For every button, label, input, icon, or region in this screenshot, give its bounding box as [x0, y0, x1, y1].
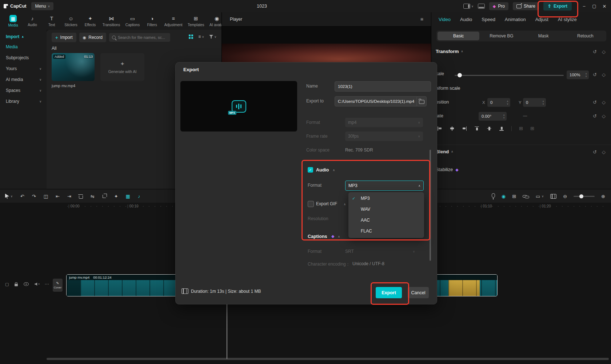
- rotate-dial-icon[interactable]: —: [523, 113, 527, 118]
- framerate-select[interactable]: 30fps ∨: [345, 132, 423, 141]
- subtab-basic[interactable]: Basic: [438, 32, 479, 40]
- scale-value-stepper[interactable]: 100% ∧∨: [567, 70, 589, 79]
- position-x-stepper[interactable]: 0 ∧∨: [487, 98, 510, 107]
- trim-left-icon[interactable]: ⇤: [56, 194, 60, 199]
- scale-slider[interactable]: [455, 75, 564, 76]
- layout-toggle[interactable]: ∨: [463, 4, 474, 9]
- sidebar-item-library[interactable]: Library∨: [0, 96, 47, 107]
- chevron-up-icon[interactable]: ∧: [344, 203, 346, 206]
- canvas-ratio-dropdown[interactable]: ▭∨: [536, 194, 544, 199]
- dropdown-option-flac[interactable]: FLAC: [348, 226, 424, 236]
- split-icon[interactable]: ◫: [44, 194, 48, 199]
- select-tool[interactable]: ∨: [5, 194, 13, 199]
- sidebar-item-spaces[interactable]: Spaces∨: [0, 85, 47, 96]
- crop-icon[interactable]: [102, 194, 107, 198]
- transform-reset-icon[interactable]: ↺: [593, 49, 597, 54]
- mirror-icon[interactable]: ⇋: [91, 194, 95, 199]
- tab-adjust[interactable]: Adjust: [535, 17, 548, 22]
- audio-checkbox[interactable]: ✓: [308, 167, 313, 173]
- export-gif-checkbox[interactable]: [308, 201, 314, 207]
- delete-icon[interactable]: [79, 195, 83, 199]
- pro-badge[interactable]: ◆ Pro: [489, 2, 508, 10]
- film-frame-icon[interactable]: [550, 194, 556, 199]
- maximize-button[interactable]: ▢: [591, 4, 597, 9]
- export-confirm-button[interactable]: Export: [376, 287, 402, 298]
- share-button[interactable]: Share: [513, 2, 539, 10]
- subtab-remove-bg[interactable]: Remove BG: [480, 31, 522, 41]
- smart-edit-icon[interactable]: ✦: [114, 194, 118, 199]
- zoom-out-icon[interactable]: ⊖: [563, 194, 567, 199]
- mic-icon[interactable]: [492, 193, 495, 198]
- main-track-icon[interactable]: ▢: [5, 282, 9, 286]
- preview-grid-icon[interactable]: ⊞: [512, 194, 516, 199]
- blend-section-header[interactable]: Blend ∧: [436, 149, 453, 154]
- minimize-button[interactable]: –: [581, 4, 587, 9]
- dropdown-option-mp3[interactable]: ✓ MP3: [348, 193, 424, 204]
- tab-ai-stylize[interactable]: AI stylize: [558, 17, 577, 22]
- align-center-horizontal-icon[interactable]: [450, 126, 455, 131]
- undo-icon[interactable]: ↶: [20, 194, 24, 199]
- stepper-arrows[interactable]: ∧∨: [507, 100, 508, 105]
- timeline-zoom-slider[interactable]: [574, 196, 595, 197]
- hide-track-icon[interactable]: [24, 282, 29, 286]
- cancel-button[interactable]: Cancel: [408, 287, 429, 298]
- tab-speed[interactable]: Speed: [482, 17, 495, 22]
- ribbon-templates[interactable]: ⊞Templates: [186, 15, 206, 27]
- transform-section-header[interactable]: Transform ∧: [436, 49, 463, 54]
- distribute-vertical-icon[interactable]: ⊞: [530, 126, 534, 131]
- blend-reset-icon[interactable]: ↺: [593, 149, 597, 155]
- dropdown-option-wav[interactable]: WAV: [348, 204, 424, 215]
- grid-view-icon[interactable]: [189, 35, 193, 39]
- trim-right-icon[interactable]: ⇥: [67, 194, 71, 199]
- sidebar-item-ai-media[interactable]: AI media∨: [0, 74, 47, 85]
- ribbon-audio[interactable]: ♪Audio: [24, 15, 41, 27]
- lock-track-icon[interactable]: [15, 284, 18, 286]
- blend-keyframe-icon[interactable]: ◇: [602, 149, 606, 155]
- generate-with-ai-tile[interactable]: ✦ Generate with AI: [100, 53, 144, 81]
- media-clip-thumbnail[interactable]: Added 01:13: [52, 53, 95, 81]
- close-button[interactable]: ✕: [602, 4, 607, 9]
- align-top-icon[interactable]: [474, 126, 479, 131]
- sort-dropdown[interactable]: ≡ ∨: [198, 34, 204, 39]
- filter-dropdown[interactable]: ∨: [209, 35, 216, 39]
- voice-enhance-icon[interactable]: ◉: [502, 194, 506, 199]
- tab-animation[interactable]: Animation: [505, 17, 526, 22]
- stabilize-row[interactable]: Stabilize ◆: [436, 167, 459, 172]
- distribute-horizontal-icon[interactable]: ⊞: [519, 126, 523, 131]
- rotate-reset-icon[interactable]: ↺: [593, 113, 597, 119]
- transform-keyframe-icon[interactable]: ◇: [602, 49, 606, 54]
- browse-folder-button[interactable]: [416, 96, 427, 106]
- audio-format-select[interactable]: MP3 ∧: [345, 181, 424, 191]
- stepper-arrows[interactable]: ∧∨: [542, 100, 544, 105]
- cover-button[interactable]: ✎ Cover: [53, 279, 63, 292]
- name-input[interactable]: 1023(1): [335, 81, 431, 92]
- ribbon-filters[interactable]: ◑Filters: [143, 15, 161, 27]
- chevron-up-icon[interactable]: ∧: [338, 235, 340, 238]
- rotate-keyframe-icon[interactable]: ◇: [602, 113, 606, 119]
- position-reset-icon[interactable]: ↺: [593, 100, 597, 105]
- ribbon-effects[interactable]: ✦Effects: [81, 15, 99, 27]
- search-input[interactable]: Search for file names, sc...: [109, 33, 170, 42]
- subtab-retouch[interactable]: Retouch: [564, 31, 606, 41]
- media-section-all[interactable]: All: [52, 46, 56, 51]
- sidebar-item-yours[interactable]: Yours∨: [0, 63, 47, 74]
- dropdown-option-aac[interactable]: AAC: [348, 215, 424, 226]
- export-path-input[interactable]: C:/Users/TOPGUS/Desktop/1023(1).mp4: [335, 96, 418, 106]
- player-layout-icon[interactable]: [478, 4, 485, 9]
- menu-button[interactable]: Menu ∨: [31, 2, 53, 10]
- stepper-arrows[interactable]: ∧∨: [585, 72, 587, 77]
- more-options-icon[interactable]: ⋯: [44, 282, 49, 286]
- scale-keyframe-icon[interactable]: ◇: [602, 72, 606, 77]
- ribbon-transitions[interactable]: ⋈Transitions: [101, 15, 122, 27]
- horizontal-scrollbar[interactable]: [47, 358, 609, 360]
- ribbon-text[interactable]: TText: [43, 15, 60, 27]
- scale-reset-icon[interactable]: ↺: [593, 72, 597, 77]
- sidebar-import-header[interactable]: Import ∧: [0, 30, 47, 41]
- extract-audio-icon[interactable]: ♪: [138, 194, 140, 199]
- import-button[interactable]: + Import: [52, 33, 76, 42]
- ribbon-captions[interactable]: ▭Captions: [124, 15, 141, 27]
- record-button[interactable]: ◉ Record: [79, 33, 106, 42]
- sidebar-item-media[interactable]: Media: [0, 41, 47, 52]
- mute-track-icon[interactable]: [35, 283, 39, 286]
- tab-audio[interactable]: Audio: [460, 17, 472, 22]
